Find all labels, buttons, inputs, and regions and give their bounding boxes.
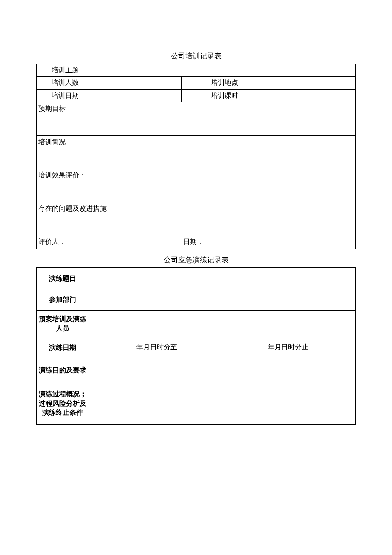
value-personnel [89,311,355,337]
goal-block: 预期目标： [37,102,356,136]
label-count: 培训人数 [37,77,94,90]
overview-block: 培训简况： [37,136,356,169]
form1-title: 公司培训记录表 [36,51,356,61]
label-topic: 培训主题 [37,64,94,77]
date-to: 年月日时分止 [268,343,308,352]
value-count [94,77,181,90]
value-hours [268,90,356,102]
value-dept [89,289,355,311]
effect-block: 培训效果评价： [37,169,356,202]
label-purpose: 演练目的及要求 [37,358,89,382]
label-dept: 参加部门 [37,289,89,311]
form2-title: 公司应急演练记录表 [36,255,356,265]
label-drill-date: 演练日期 [37,337,89,358]
value-subject [89,268,355,289]
label-location: 培训地点 [181,77,268,90]
label-personnel: 预案培训及演练人员 [37,311,89,337]
value-process [89,382,355,425]
value-purpose [89,358,355,382]
evaluator-row: 评价人： 日期： [37,235,356,249]
label-date: 培训日期 [37,90,94,102]
emergency-drill-table: 演练题目 参加部门 预案培训及演练人员 演练日期 年月日时分至 年月日时分止 演… [36,267,356,425]
date-from: 年月日时分至 [136,343,177,352]
label-subject: 演练题目 [37,268,89,289]
value-topic [94,64,355,77]
label-hours: 培训课时 [181,90,268,102]
value-date [94,90,181,102]
label-process: 演练过程概况；过程风险分析及演练终止条件 [37,382,89,425]
training-record-table: 培训主题 培训人数 培训地点 培训日期 培训课时 预期目标： 培训简况： 培训效… [36,64,356,249]
problems-block: 存在的问题及改进措施： [37,202,356,235]
value-drill-date: 年月日时分至 年月日时分止 [89,337,355,358]
value-location [268,77,356,90]
